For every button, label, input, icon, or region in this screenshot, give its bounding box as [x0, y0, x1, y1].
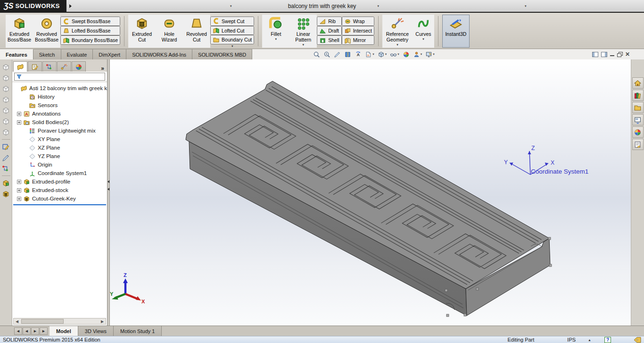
tree-item-origin[interactable]: Origin [12, 160, 107, 169]
boundary-cut-button[interactable]: Boundary Cut [210, 35, 254, 44]
tab-sketch[interactable]: Sketch [33, 49, 61, 59]
tree-item-xy-plane[interactable]: XY Plane [12, 135, 107, 143]
lofted-boss-base-button[interactable]: Lofted Boss/Base [60, 26, 120, 35]
revolved-cut-button[interactable]: Revolved Cut [183, 15, 210, 48]
menu-flyout-arrow-icon[interactable] [69, 4, 72, 8]
instant3d-button[interactable]: Instant3D [442, 15, 470, 48]
3d-drawing-view-button[interactable] [354, 50, 362, 59]
standard-view-top-button[interactable] [1, 106, 11, 115]
expand-icon[interactable] [17, 120, 21, 125]
configuration-manager-tab[interactable] [42, 61, 57, 72]
standard-view-left-button[interactable] [1, 84, 11, 93]
wrap-button[interactable]: Wrap [342, 17, 374, 26]
revolved-boss-base-button[interactable]: Revolved Boss/Base [33, 15, 60, 48]
tree-item-coordinate-system[interactable]: Coordinate System1 [12, 169, 107, 177]
view-settings-button[interactable]: ▾ [425, 50, 435, 59]
curves-button[interactable]: Curves▾ [413, 15, 434, 48]
fillet-button[interactable]: Fillet▾ [262, 15, 289, 48]
3d-sketch-button[interactable] [1, 153, 11, 162]
tree-filter-input[interactable] [14, 73, 105, 81]
extrude-shortcut-button[interactable] [1, 178, 11, 188]
tree-item-material[interactable]: Poraver Lightweight mix [12, 126, 107, 135]
units-selector[interactable]: IPS ▲ [567, 337, 591, 343]
next-tab-icon[interactable]: ▶ [31, 327, 39, 335]
scroll-left-icon[interactable]: ◀ [14, 319, 20, 324]
swept-boss-base-button[interactable]: Swept Boss/Base [60, 17, 120, 26]
section-view-button[interactable] [344, 50, 352, 59]
extruded-cut-button[interactable]: Extruded Cut [128, 15, 156, 48]
more-tabs-icon[interactable]: » [99, 65, 106, 72]
zoom-to-fit-button[interactable] [313, 50, 321, 59]
doc-close-icon[interactable]: ✕ [625, 51, 630, 57]
scrollbar-thumb[interactable] [21, 319, 64, 324]
standard-view-front-button[interactable] [1, 62, 11, 72]
expand-icon[interactable] [17, 180, 21, 184]
tab-solidworks-mbd[interactable]: SOLIDWORKS MBD [192, 49, 252, 59]
tree-item-annotations[interactable]: Annotations [12, 109, 107, 118]
apply-scene-button[interactable]: ▾ [413, 50, 423, 59]
prev-tab-icon[interactable]: ◀ [23, 327, 31, 335]
standard-view-back-button[interactable] [1, 73, 11, 83]
tag-button[interactable] [634, 337, 641, 343]
first-tab-icon[interactable]: ◀ [14, 327, 22, 335]
hole-wizard-button[interactable]: Hole Wizard [156, 15, 183, 48]
sketch-button[interactable] [1, 142, 11, 151]
tab-evaluate[interactable]: Evaluate [61, 49, 93, 59]
edit-appearance-button[interactable] [402, 50, 410, 59]
rollback-bar[interactable] [13, 204, 106, 205]
appearances-scenes-button[interactable] [632, 126, 644, 138]
view-orientation-button[interactable]: ▾ [364, 50, 375, 59]
tree-item-history[interactable]: History [12, 92, 107, 101]
route-line-button[interactable] [1, 164, 11, 173]
view-palette-button[interactable] [632, 114, 644, 125]
quick-tips-button[interactable]: ? [604, 337, 611, 343]
tree-item-solid-bodies[interactable]: Solid Bodies(2) [12, 118, 107, 126]
tab-solidworks-add-ins[interactable]: SOLIDWORKS Add-Ins [126, 49, 192, 59]
tab-dimxpert[interactable]: DimXpert [93, 49, 126, 59]
cut-stack-dropdown-icon[interactable]: ▾ [210, 44, 254, 48]
previous-view-button[interactable] [333, 50, 341, 59]
tab-motion-study[interactable]: Motion Study 1 [114, 326, 162, 336]
lofted-cut-button[interactable]: Lofted Cut [210, 26, 254, 35]
standard-view-bottom-button[interactable] [1, 117, 11, 126]
expand-icon[interactable] [17, 112, 21, 116]
expand-icon[interactable] [17, 197, 21, 201]
doc-restore-icon[interactable] [617, 52, 622, 57]
dimxpert-manager-tab[interactable] [57, 61, 71, 72]
custom-properties-button[interactable] [632, 139, 644, 150]
linear-pattern-button[interactable]: Linear Pattern▾ [289, 15, 317, 48]
graphics-viewport[interactable]: Z Y X Coordinate System1 Z X Y [110, 59, 631, 326]
rib-button[interactable]: Rib [317, 17, 341, 26]
mirror-button[interactable]: Mirror [342, 35, 374, 45]
reference-geometry-button[interactable]: Reference Geometry▾ [382, 15, 413, 48]
standard-view-isometric-button[interactable] [1, 127, 11, 137]
last-tab-icon[interactable]: ▶ [40, 327, 48, 335]
scroll-right-icon[interactable]: ▶ [99, 319, 106, 324]
tree-item-yz-plane[interactable]: YZ Plane [12, 152, 107, 160]
display-style-button[interactable]: ▾ [377, 50, 388, 59]
tab-features[interactable]: Features [0, 49, 33, 59]
doc-minimize-icon[interactable] [610, 53, 614, 56]
extruded-boss-base-button[interactable]: Extruded Boss/Base [6, 15, 33, 48]
tab-model[interactable]: Model [50, 326, 78, 336]
solidworks-resources-button[interactable] [632, 77, 644, 89]
shell-button[interactable]: Shell [317, 35, 341, 45]
property-manager-tab[interactable] [28, 61, 42, 72]
expand-icon[interactable] [17, 188, 21, 192]
intersect-button[interactable]: Intersect [342, 26, 374, 35]
right-pane-toggle-icon[interactable] [601, 52, 607, 57]
tab-3d-views[interactable]: 3D Views [78, 326, 114, 336]
display-manager-tab[interactable] [72, 61, 86, 72]
boundary-boss-base-button[interactable]: Boundary Boss/Base [60, 35, 120, 45]
draft-button[interactable]: Draft [317, 26, 341, 35]
extrude-cut-shortcut-button[interactable] [1, 189, 11, 199]
left-pane-toggle-icon[interactable] [592, 52, 598, 57]
tree-item-xz-plane[interactable]: XZ Plane [12, 143, 107, 152]
tree-item-sensors[interactable]: Sensors [12, 101, 107, 109]
hide-show-items-button[interactable]: ▾ [389, 50, 400, 59]
featuremanager-tree-tab[interactable] [13, 61, 27, 72]
zoom-to-area-button[interactable] [323, 50, 331, 59]
tree-item-cutout-greek-key[interactable]: Cutout-Greek-Key [12, 194, 107, 203]
tree-horizontal-scrollbar[interactable]: ◀ ▶ [13, 318, 106, 325]
tree-item-part-root[interactable]: Asti 12 balcony trim with greek k [12, 84, 107, 92]
